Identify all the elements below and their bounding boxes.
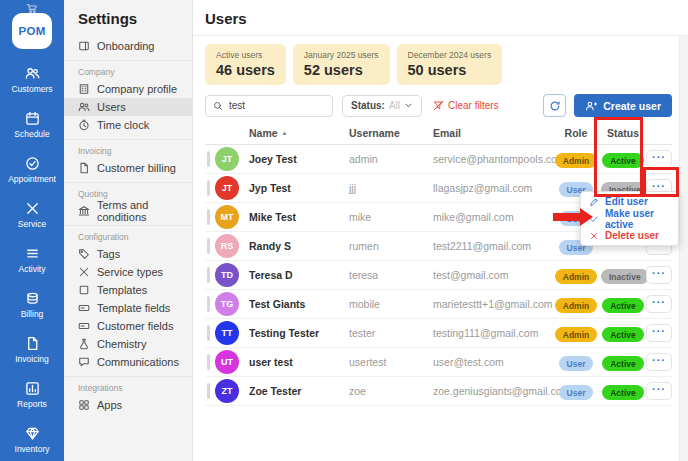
refresh-icon xyxy=(549,100,561,112)
status-badge: Active xyxy=(602,356,644,371)
stat-card-value: 52 users xyxy=(304,63,379,78)
customer-fields-icon xyxy=(78,320,90,332)
role-badge: User xyxy=(559,385,594,400)
user-name: Zoe Tester xyxy=(249,385,349,397)
username-cell: mike xyxy=(349,211,433,223)
menu-item-make-user-active[interactable]: Make user active xyxy=(581,210,678,227)
status-badge: Active xyxy=(602,298,644,313)
logo-text: POM xyxy=(12,13,52,49)
email-cell: llagasjpz@gmail.com xyxy=(433,182,551,194)
chevron-down-icon xyxy=(404,101,413,110)
tags-icon xyxy=(78,248,90,260)
stat-card-label: December 2024 users xyxy=(408,50,492,60)
table-header: Name▲ Username Email Role Status xyxy=(205,122,672,145)
column-header-email[interactable]: Email xyxy=(433,127,551,139)
status-filter-dropdown[interactable]: Status: All xyxy=(342,95,422,117)
settings-item-template-fields[interactable]: Template fields xyxy=(64,299,192,317)
row-actions-button[interactable]: ··· xyxy=(646,266,672,284)
sidebar-item-inventory[interactable]: Inventory xyxy=(0,417,64,461)
settings-group-label: Configuration xyxy=(64,230,192,245)
appointment-icon xyxy=(25,156,40,171)
row-context-menu: Edit user Make user active Delete user xyxy=(580,191,679,246)
stat-card-active-users: Active users 46 users xyxy=(205,44,286,85)
sidebar-nav: Customers Schedule Appointment Service A… xyxy=(0,57,64,461)
avatar: JT xyxy=(215,147,239,171)
settings-item-label: Chemistry xyxy=(97,338,147,350)
chemistry-icon xyxy=(78,338,90,350)
settings-item-customer-billing[interactable]: Customer billing xyxy=(64,159,192,177)
username-cell: jjj xyxy=(349,182,433,194)
username-cell: rumen xyxy=(349,240,433,252)
row-actions-button[interactable]: ··· xyxy=(646,382,672,400)
user-name: user test xyxy=(249,356,349,368)
create-user-button[interactable]: Create user xyxy=(574,94,672,117)
sidebar-item-label: Reports xyxy=(17,399,47,409)
username-cell: teresa xyxy=(349,269,433,281)
username-cell: mobile xyxy=(349,298,433,310)
settings-item-label: Tags xyxy=(97,248,120,260)
avatar: TG xyxy=(215,292,239,316)
customer-billing-icon xyxy=(78,162,90,174)
status-badge: Active xyxy=(602,327,644,342)
sidebar-item-label: Schedule xyxy=(14,129,49,139)
avatar: RS xyxy=(215,234,239,258)
settings-item-terms-and-conditions[interactable]: Terms and conditions xyxy=(64,202,192,220)
onboarding-icon xyxy=(78,40,90,52)
sidebar-item-label: Invoicing xyxy=(15,354,49,364)
settings-item-communications[interactable]: Communications xyxy=(64,353,192,371)
row-actions-button[interactable]: ··· xyxy=(646,353,672,371)
app-logo[interactable]: POM xyxy=(12,13,52,49)
sidebar-item-service[interactable]: Service xyxy=(0,192,64,237)
app-sidebar: POM Customers Schedule Appointment Servi… xyxy=(0,0,64,461)
sidebar-item-label: Service xyxy=(18,219,46,229)
email-cell: testing111@gmail.com xyxy=(433,327,551,339)
settings-item-time-clock[interactable]: Time clock xyxy=(64,116,192,134)
search-input-wrapper xyxy=(205,95,333,117)
row-actions-button[interactable]: ··· xyxy=(646,295,672,313)
reports-icon xyxy=(25,381,40,396)
settings-item-company-profile[interactable]: Company profile xyxy=(64,80,192,98)
stat-card-label: Active users xyxy=(216,50,275,60)
sidebar-item-invoicing[interactable]: Invoicing xyxy=(0,327,64,372)
settings-item-chemistry[interactable]: Chemistry xyxy=(64,335,192,353)
settings-group: Company Company profile Users Time clock xyxy=(64,60,192,134)
settings-group: Invoicing Customer billing xyxy=(64,139,192,177)
communications-icon xyxy=(78,356,90,368)
row-drag-handle xyxy=(207,151,210,167)
settings-item-customer-fields[interactable]: Customer fields xyxy=(64,317,192,335)
table-row: UT user test usertest user@test.com User… xyxy=(205,348,672,377)
template-fields-icon xyxy=(78,302,90,314)
clock-icon xyxy=(78,119,90,131)
column-header-status[interactable]: Status xyxy=(601,127,645,139)
sidebar-item-billing[interactable]: Billing xyxy=(0,282,64,327)
vertical-scrollbar[interactable] xyxy=(679,36,688,461)
row-actions-button[interactable]: ··· xyxy=(646,324,672,342)
sidebar-item-customers[interactable]: Customers xyxy=(0,57,64,102)
settings-item-apps[interactable]: Apps xyxy=(64,396,192,414)
sidebar-item-activity[interactable]: Activity xyxy=(0,237,64,282)
sidebar-item-reports[interactable]: Reports xyxy=(0,372,64,417)
column-header-name[interactable]: Name▲ xyxy=(249,127,349,139)
sort-asc-icon: ▲ xyxy=(282,130,288,136)
settings-item-templates[interactable]: Templates xyxy=(64,281,192,299)
refresh-button[interactable] xyxy=(543,94,566,117)
settings-item-onboarding[interactable]: Onboarding xyxy=(64,37,192,55)
settings-item-service-types[interactable]: Service types xyxy=(64,263,192,281)
settings-item-label: Onboarding xyxy=(97,40,155,52)
row-actions-button[interactable]: ··· xyxy=(646,150,672,168)
settings-item-tags[interactable]: Tags xyxy=(64,245,192,263)
column-header-role[interactable]: Role xyxy=(551,127,601,139)
row-drag-handle xyxy=(207,209,210,225)
sidebar-item-schedule[interactable]: Schedule xyxy=(0,102,64,147)
sidebar-item-appointment[interactable]: Appointment xyxy=(0,147,64,192)
templates-icon xyxy=(78,284,90,296)
settings-item-label: Communications xyxy=(97,356,179,368)
clear-filters-button[interactable]: Clear filters xyxy=(433,100,499,111)
menu-item-delete-user[interactable]: Delete user xyxy=(581,227,678,244)
search-input[interactable] xyxy=(229,100,325,111)
column-header-username[interactable]: Username xyxy=(349,127,433,139)
status-badge: Inactive xyxy=(601,269,649,284)
settings-item-users[interactable]: Users xyxy=(64,98,192,116)
avatar: TD xyxy=(215,263,239,287)
service-icon xyxy=(25,201,40,216)
